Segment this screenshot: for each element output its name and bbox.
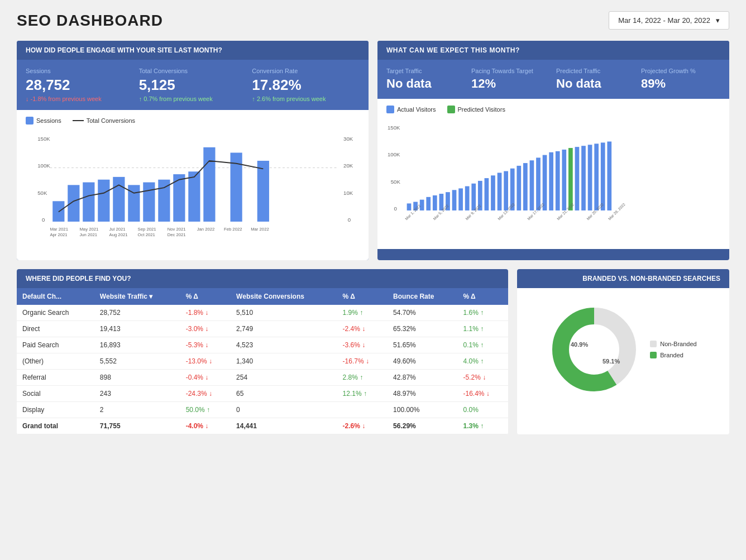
where-panel: WHERE DID PEOPLE FIND YOU? Default Ch...… [17, 269, 508, 434]
sessions-value: 28,752 [26, 76, 133, 94]
bounce-cell: 100.00% [388, 402, 457, 418]
conversion-rate-change: ↑ 2.6% from previous week [252, 95, 360, 102]
engagement-chart-legend: Sessions Total Conversions [26, 117, 360, 125]
conversions-cell: 1,340 [231, 353, 337, 370]
conv-delta-cell: -3.6% ↓ [337, 337, 388, 353]
svg-text:40.9%: 40.9% [571, 341, 588, 348]
grand-total-row: Grand total 71,755 -4.0% ↓ 14,441 -2.6% … [17, 418, 508, 434]
svg-text:150K: 150K [37, 136, 50, 142]
svg-text:100K: 100K [388, 151, 400, 157]
traffic-delta-cell: -13.0% ↓ [180, 353, 231, 370]
conversions-legend: Total Conversions [73, 117, 135, 124]
traffic-cell: 28,752 [94, 305, 180, 321]
channel-cell: Organic Search [17, 305, 94, 321]
projected-growth-label: Projected Growth % [641, 68, 720, 74]
conv-delta-cell: -16.7% ↓ [337, 353, 388, 370]
svg-rect-53 [498, 173, 502, 210]
svg-rect-68 [594, 143, 599, 210]
page-title: SEO DASHBOARD [17, 12, 163, 30]
traffic-table: Default Ch... Website Traffic ▾ % Δ Webs… [17, 288, 508, 434]
svg-rect-10 [68, 185, 79, 222]
conversions-metric: Total Conversions 5,125 ↑ 0.7% from prev… [139, 68, 247, 102]
conversions-cell: 0 [231, 402, 337, 418]
grand-total-traffic-delta: -4.0% ↓ [180, 418, 231, 434]
grand-total-bounce: 56.29% [388, 418, 457, 434]
bounce-delta-cell: 4.0% ↑ [457, 353, 508, 370]
traffic-cell: 2 [94, 402, 180, 418]
projected-growth-value: 89% [641, 76, 720, 91]
svg-rect-21 [257, 161, 269, 222]
svg-text:150K: 150K [388, 125, 400, 131]
channel-cell: Direct [17, 321, 94, 337]
channel-cell: Referral [17, 370, 94, 386]
svg-rect-12 [98, 180, 109, 222]
svg-rect-52 [491, 175, 495, 210]
svg-rect-51 [485, 178, 489, 210]
svg-rect-61 [549, 152, 553, 210]
svg-text:Dec 2021: Dec 2021 [168, 232, 186, 237]
sessions-metric: Sessions 28,752 ↓ -1.8% from previous we… [26, 68, 133, 102]
col-traffic[interactable]: Website Traffic ▾ [94, 288, 180, 305]
svg-rect-39 [407, 203, 412, 210]
svg-rect-11 [83, 183, 94, 222]
svg-rect-64 [568, 148, 573, 210]
sessions-legend: Sessions [26, 117, 61, 125]
svg-text:Sep 2021: Sep 2021 [138, 227, 156, 232]
conversions-cell: 5,510 [231, 305, 337, 321]
col-conversions: Website Conversions [231, 288, 337, 305]
svg-rect-58 [530, 160, 534, 210]
donut-chart: 40.9% 59.1% [549, 305, 639, 394]
sessions-label: Sessions [26, 68, 133, 74]
svg-rect-66 [581, 146, 586, 210]
svg-rect-49 [471, 184, 476, 210]
conv-delta-cell: -2.4% ↓ [337, 321, 388, 337]
conv-delta-cell [337, 402, 388, 418]
predicted-visitors-legend: Predicted Visitors [447, 106, 505, 113]
pacing-metric: Pacing Towards Target 12% [471, 68, 551, 91]
svg-rect-69 [601, 142, 605, 210]
svg-text:100K: 100K [37, 162, 50, 169]
channel-cell: Display [17, 402, 94, 418]
bounce-cell: 65.32% [388, 321, 457, 337]
branded-header: BRANDED VS. NON-BRANDED SEARCHES [517, 269, 729, 288]
conversion-rate-value: 17.82% [252, 76, 360, 94]
grand-total-conversions: 14,441 [231, 418, 337, 434]
conversions-cell: 65 [231, 386, 337, 402]
conversion-rate-metric: Conversion Rate 17.82% ↑ 2.6% from previ… [252, 68, 360, 102]
bounce-delta-cell: 1.1% ↑ [457, 321, 508, 337]
table-row: Paid Search 16,893 -5.3% ↓ 4,523 -3.6% ↓… [17, 337, 508, 353]
svg-point-81 [572, 327, 616, 372]
traffic-delta-cell: -5.3% ↓ [180, 337, 231, 353]
svg-text:0: 0 [394, 205, 397, 212]
bounce-cell: 49.60% [388, 353, 457, 370]
target-traffic-value: No data [386, 76, 466, 91]
predicted-traffic-metric: Predicted Traffic No data [556, 68, 635, 91]
conversion-rate-label: Conversion Rate [252, 68, 360, 74]
table-row: Direct 19,413 -3.0% ↓ 2,749 -2.4% ↓ 65.3… [17, 321, 508, 337]
svg-rect-46 [452, 190, 457, 210]
sessions-legend-label: Sessions [36, 117, 61, 124]
engagement-header: HOW DID PEOPLE ENGAGE WITH YOUR SITE LAS… [17, 41, 369, 60]
svg-text:Oct 2021: Oct 2021 [138, 232, 155, 237]
conversions-legend-icon [73, 120, 84, 121]
channel-cell: (Other) [17, 353, 94, 370]
svg-text:Nov 2021: Nov 2021 [168, 227, 186, 232]
branded-label: Branded [660, 352, 683, 358]
grand-total-traffic: 71,755 [94, 418, 180, 434]
conv-delta-cell: 1.9% ↑ [337, 305, 388, 321]
projected-growth-metric: Projected Growth % 89% [641, 68, 720, 91]
svg-text:Jul 2021: Jul 2021 [109, 227, 126, 232]
traffic-cell: 898 [94, 370, 180, 386]
traffic-delta-cell: -0.4% ↓ [180, 370, 231, 386]
predicted-visitors-label: Predicted Visitors [458, 106, 505, 113]
donut-container: 40.9% 59.1% Non-Branded Branded [517, 288, 729, 411]
svg-rect-59 [536, 157, 541, 210]
conversions-cell: 254 [231, 370, 337, 386]
expect-metrics: Target Traffic No data Pacing Towards Ta… [377, 60, 729, 99]
date-range-selector[interactable]: Mar 14, 2022 - Mar 20, 2022 ▾ [609, 11, 729, 30]
svg-rect-48 [465, 186, 470, 210]
bounce-cell: 54.70% [388, 305, 457, 321]
svg-text:10K: 10K [343, 190, 353, 196]
expect-header: WHAT CAN WE EXPECT THIS MONTH? [377, 41, 729, 60]
table-row: Social 243 -24.3% ↓ 65 12.1% ↑ 48.97% -1… [17, 386, 508, 402]
